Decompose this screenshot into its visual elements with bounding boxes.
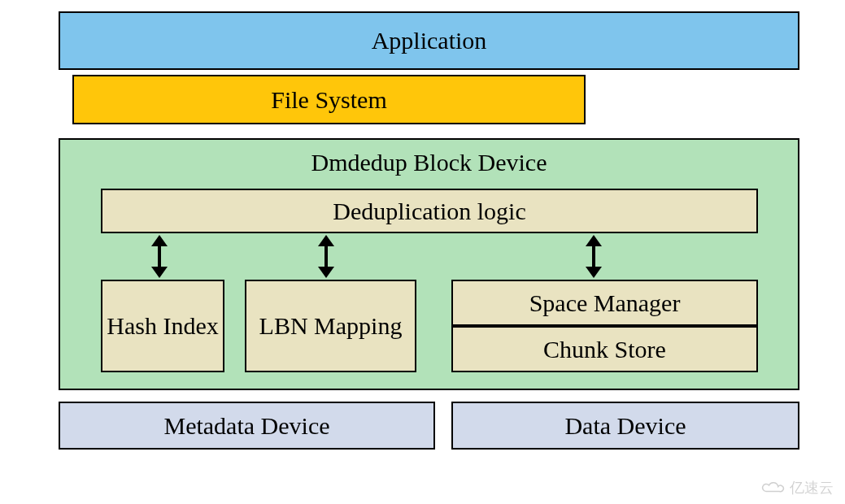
watermark-text: 亿速云 xyxy=(790,478,834,497)
chunk-store-label: Chunk Store xyxy=(543,335,666,364)
chunk-store-box: Chunk Store xyxy=(451,326,758,372)
filesystem-label: File System xyxy=(271,85,387,115)
metadata-device-label: Metadata Device xyxy=(163,411,329,441)
data-device-box: Data Device xyxy=(451,402,799,450)
hash-index-box: Hash Index xyxy=(101,280,224,372)
deduplication-logic-box: Deduplication logic xyxy=(101,189,758,233)
dmdedup-title: Dmdedup Block Device xyxy=(60,148,798,177)
space-manager-box: Space Manager xyxy=(451,280,758,326)
arrow-lbn-mapping xyxy=(318,235,334,278)
filesystem-layer: File System xyxy=(72,75,586,124)
space-manager-label: Space Manager xyxy=(529,289,681,318)
arrow-space-manager xyxy=(586,235,602,278)
lbn-mapping-box: LBN Mapping xyxy=(245,280,416,372)
cloud-icon xyxy=(760,480,785,496)
deduplication-logic-label: Deduplication logic xyxy=(333,197,525,226)
application-label: Application xyxy=(372,26,487,55)
data-device-label: Data Device xyxy=(564,411,686,441)
watermark: 亿速云 xyxy=(760,478,834,497)
arrow-hash-index xyxy=(151,235,168,278)
lbn-mapping-label: LBN Mapping xyxy=(259,311,403,341)
hash-index-label: Hash Index xyxy=(107,311,218,341)
metadata-device-box: Metadata Device xyxy=(59,402,435,450)
application-layer: Application xyxy=(59,11,799,70)
